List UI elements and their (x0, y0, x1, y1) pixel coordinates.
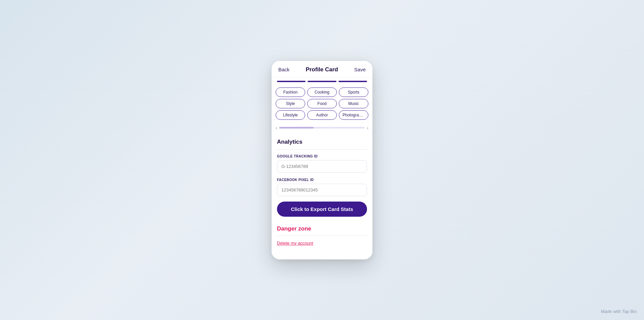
tag-sports[interactable]: Sports (339, 87, 368, 97)
tab-indicator-2 (308, 81, 336, 82)
horizontal-scroll-row: ‹ › (272, 123, 372, 134)
delete-account-link[interactable]: Delete my account (277, 241, 313, 246)
tags-section: Fashion Cooking Sports Style Food Music … (272, 85, 372, 123)
scroll-right-icon[interactable]: › (367, 125, 368, 131)
google-tracking-input[interactable] (277, 160, 367, 173)
tag-fashion[interactable]: Fashion (276, 87, 305, 97)
tab-indicator-1 (277, 81, 306, 82)
tags-grid: Fashion Cooking Sports Style Food Music … (276, 87, 368, 120)
tabs-progress-bar (272, 77, 372, 85)
danger-divider (277, 236, 367, 236)
tag-photography[interactable]: Photography (339, 110, 368, 120)
danger-zone-section: Danger zone Delete my account (272, 225, 372, 253)
scroll-thumb (279, 127, 314, 129)
tag-lifestyle[interactable]: Lifestyle (276, 110, 305, 120)
header-bar: Back Profile Card Save (272, 61, 372, 77)
page-title: Profile Card (306, 66, 338, 73)
save-button[interactable]: Save (354, 67, 366, 72)
tag-cooking[interactable]: Cooking (307, 87, 337, 97)
tab-indicator-3 (338, 81, 367, 82)
tag-music[interactable]: Music (339, 99, 368, 108)
danger-zone-title: Danger zone (277, 225, 367, 232)
facebook-pixel-input[interactable] (277, 184, 367, 196)
tag-author[interactable]: Author (307, 110, 337, 120)
export-card-stats-button[interactable]: Click to Export Card Stats (277, 202, 367, 217)
analytics-divider (277, 149, 367, 150)
google-tracking-label: GOOGLE TRACKING ID (277, 154, 367, 158)
tag-style[interactable]: Style (276, 99, 305, 108)
phone-frame: Back Profile Card Save Fashion Cooking S… (272, 61, 372, 259)
scroll-track (279, 127, 365, 129)
analytics-title: Analytics (277, 139, 367, 145)
facebook-pixel-label: FACEBOOK PIXEL ID (277, 178, 367, 182)
tag-food[interactable]: Food (307, 99, 337, 108)
footer-attribution: Made with Tap Bio (601, 309, 637, 314)
back-button[interactable]: Back (278, 67, 289, 72)
scroll-container[interactable]: Fashion Cooking Sports Style Food Music … (272, 77, 372, 259)
analytics-section: Analytics GOOGLE TRACKING ID FACEBOOK PI… (272, 134, 372, 225)
scroll-left-icon[interactable]: ‹ (276, 125, 277, 131)
